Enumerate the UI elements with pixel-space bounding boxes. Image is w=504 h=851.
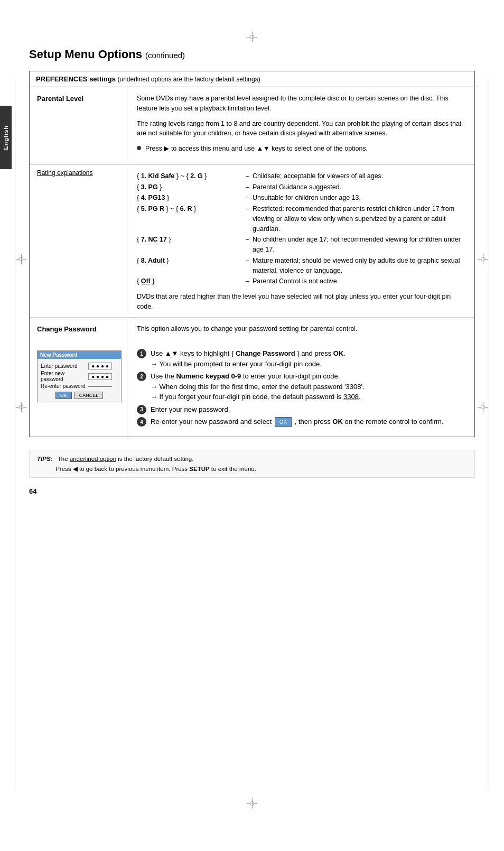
- rating-dash-1: –: [246, 171, 249, 181]
- dialog-input-1[interactable]: ● ● ● ●: [88, 363, 112, 369]
- rating-code-7: { 7. NC 17 }: [137, 235, 242, 245]
- rating-footer: DVDs that are rated higher than the leve…: [137, 292, 467, 312]
- step-4-number: 4: [137, 417, 146, 427]
- step-1-sub: → You will be prompted to enter your fou…: [151, 359, 467, 369]
- step-3-content: Enter your new password.: [151, 404, 467, 415]
- rating-code-3: { 3. PG }: [137, 182, 242, 192]
- parental-level-label: Parental Level: [30, 87, 127, 164]
- bullet-dot-icon: [137, 146, 141, 150]
- dialog-cancel-button[interactable]: CANCEL: [74, 392, 104, 399]
- rating-code-off: { Off }: [137, 276, 242, 286]
- preferences-header: PREFERENCES settings (underlined options…: [30, 71, 475, 87]
- rating-dash-7: –: [246, 235, 249, 245]
- step-2-sub2: → If you forget your four-digit pin code…: [151, 392, 467, 402]
- rating-item-off: { Off } – Parental Control is not active…: [137, 276, 467, 286]
- rating-item-5: { 5. PG R } ~ { 6. R } – Restricted; rec…: [137, 204, 467, 234]
- step-3: 3 Enter your new password.: [137, 404, 467, 415]
- crosshair-mid-right-icon: [478, 402, 488, 412]
- password-dialog: New Password Enter password ● ● ● ● Ente…: [37, 350, 122, 402]
- steps-cell: 1 Use ▲▼ keys to highlight { Change Pass…: [127, 346, 475, 437]
- dialog-label-1: Enter password: [41, 363, 88, 369]
- dialog-field-2: Enter new password ● ● ● ●: [41, 371, 118, 382]
- step-3-number: 3: [137, 405, 146, 414]
- step-2: 2 Use the Numeric keypad 0-9 to enter yo…: [137, 371, 467, 402]
- parental-level-content: Some DVDs may have a parental level assi…: [127, 87, 475, 164]
- dialog-buttons: OK CANCEL: [41, 392, 118, 399]
- dialog-body: Enter password ● ● ● ● Enter new passwor…: [38, 359, 121, 402]
- language-tab: English: [0, 106, 12, 169]
- main-table: PREFERENCES settings (underlined options…: [29, 71, 475, 437]
- rating-dash-4: –: [246, 193, 249, 203]
- rating-item-4: { 4. PG13 } – Unsuitable for children un…: [137, 193, 467, 203]
- rating-desc-3: Parental Guidance suggested.: [253, 182, 341, 192]
- tips-spacer: [37, 466, 54, 472]
- right-border: [489, 79, 489, 788]
- rating-desc-off: Parental Control is not active.: [253, 276, 339, 286]
- step-3-text: Enter your new password.: [151, 404, 467, 415]
- tips-line2: Press ◀ to go back to previous menu item…: [55, 466, 256, 472]
- rating-desc-7: No children under age 17; not recommende…: [253, 235, 467, 255]
- rating-dash-5: –: [246, 204, 249, 214]
- step-1-text: Use ▲▼ keys to highlight { Change Passwo…: [151, 348, 467, 359]
- rating-item-8: { 8. Adult } – Mature material; should b…: [137, 256, 467, 276]
- tips-section: TIPS: The underlined option is the facto…: [29, 450, 475, 478]
- rating-code-1: { 1. Kid Safe } ~ { 2. G }: [137, 171, 242, 181]
- rating-explanations-label: Rating explanations: [30, 165, 127, 317]
- rating-dash-8: –: [246, 256, 249, 266]
- preferences-header-label: PREFERENCES settings: [36, 75, 116, 83]
- rating-code-4: { 4. PG13 }: [137, 193, 242, 203]
- step-1-number: 1: [137, 349, 146, 358]
- main-content: Setup Menu Options (continued) PREFERENC…: [0, 0, 504, 522]
- rating-item-7: { 7. NC 17 } – No children under age 17;…: [137, 235, 467, 255]
- parental-desc2: The rating levels range from 1 to 8 and …: [137, 119, 467, 139]
- dialog-cell: New Password Enter password ● ● ● ● Ente…: [30, 346, 127, 437]
- rating-desc-8: Mature material; should be viewed only b…: [253, 256, 467, 276]
- page-title-area: Setup Menu Options (continued): [29, 48, 475, 61]
- step-1-content: Use ▲▼ keys to highlight { Change Passwo…: [151, 348, 467, 369]
- dialog-input-2[interactable]: ● ● ● ●: [88, 373, 112, 380]
- dialog-field-1: Enter password ● ● ● ●: [41, 363, 118, 369]
- change-password-label: Change Password: [30, 318, 127, 347]
- preferences-header-subtitle: (underlined options are the factory defa…: [117, 76, 260, 83]
- rating-desc-4: Unsuitable for children under age 13.: [253, 193, 361, 203]
- rating-item-1: { 1. Kid Safe } ~ { 2. G } – Childsafe; …: [137, 171, 467, 181]
- rating-code-8: { 8. Adult }: [137, 256, 242, 266]
- page-wrapper: English Setup Menu Options (continued) P…: [0, 0, 504, 851]
- dialog-label-3: Re-enter password: [41, 383, 88, 389]
- step-4-content: Re-enter your new password and select OK…: [151, 417, 467, 427]
- dialog-title-bar: New Password: [38, 351, 121, 359]
- change-password-row: Change Password This option allows you t…: [30, 318, 475, 347]
- language-tab-label: English: [3, 125, 9, 150]
- dialog-title: New Password: [40, 352, 78, 358]
- left-border: [15, 79, 15, 788]
- step-1: 1 Use ▲▼ keys to highlight { Change Pass…: [137, 348, 467, 369]
- rating-desc-5: Restricted; recommended that parents res…: [253, 204, 467, 234]
- dialog-steps-row: New Password Enter password ● ● ● ● Ente…: [30, 346, 475, 437]
- tips-label: TIPS:: [37, 456, 52, 462]
- parental-bullet1-text: Press ▶ to access this menu and use ▲▼ k…: [145, 144, 368, 154]
- step-2-text: Use the Numeric keypad 0-9 to enter your…: [151, 371, 467, 382]
- crosshair-right-icon: [478, 254, 488, 264]
- parental-desc1: Some DVDs may have a parental level assi…: [137, 94, 467, 114]
- page-number-area: 64: [29, 487, 475, 495]
- page-number: 64: [29, 487, 36, 495]
- change-password-desc: This option allows you to change your pa…: [137, 324, 467, 334]
- rating-desc-1: Childsafe; acceptable for viewers of all…: [253, 171, 383, 181]
- step-4: 4 Re-enter your new password and select …: [137, 417, 467, 427]
- page-title: Setup Menu Options (continued): [29, 48, 185, 61]
- dialog-input-3[interactable]: [88, 386, 112, 387]
- step-4-text: Re-enter your new password and select OK…: [151, 417, 467, 427]
- crosshair-top-icon: [247, 32, 257, 42]
- step-2-sub1: → When doing this for the first time, en…: [151, 382, 467, 392]
- rating-explanations-row: Rating explanations { 1. Kid Safe } ~ { …: [30, 165, 475, 317]
- crosshair-left-icon: [16, 254, 26, 264]
- rating-explanations-content: { 1. Kid Safe } ~ { 2. G } – Childsafe; …: [127, 165, 475, 317]
- dialog-ok-button[interactable]: OK: [55, 392, 72, 399]
- page-title-continued: (continued): [145, 51, 185, 60]
- rating-dash-3: –: [246, 182, 249, 192]
- step-2-number: 2: [137, 372, 146, 381]
- rating-code-5: { 5. PG R } ~ { 6. R }: [137, 204, 242, 214]
- dialog-field-3: Re-enter password: [41, 383, 118, 389]
- rating-dash-off: –: [246, 276, 249, 286]
- parental-bullet1: Press ▶ to access this menu and use ▲▼ k…: [137, 144, 467, 154]
